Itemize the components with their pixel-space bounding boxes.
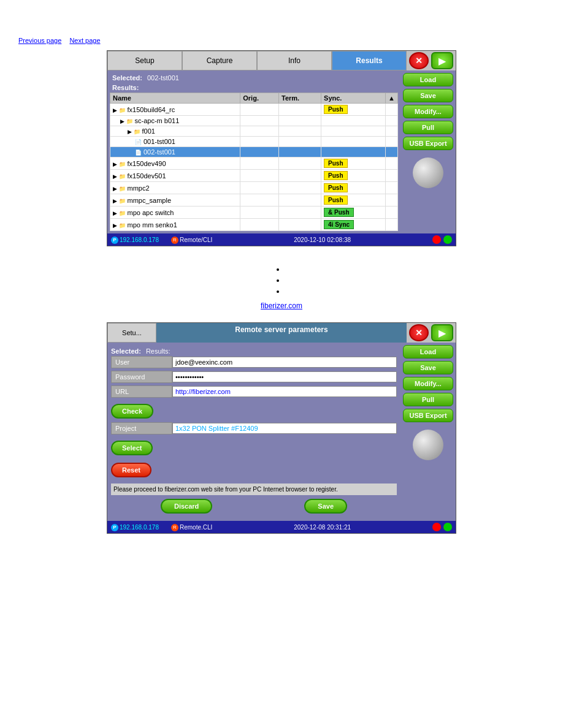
file-orig-cell	[240, 137, 279, 147]
user-label: User	[111, 356, 172, 368]
table-row[interactable]: 📄002-tst001	[110, 147, 398, 157]
gray-ball-2	[413, 430, 443, 460]
status-icons-1	[432, 235, 452, 244]
file-sync-cell: & Push	[321, 207, 386, 219]
file-sync-cell: Push	[321, 104, 386, 116]
url-label: URL	[111, 385, 172, 398]
file-name-text: 001-tst001	[144, 138, 175, 145]
tab-bar-1: Setup Capture Info Results ✕ ▶	[107, 51, 456, 70]
modify-button-2[interactable]: Modify...	[403, 377, 453, 390]
next-button[interactable]: ▶	[431, 52, 453, 69]
bullet-3	[285, 287, 302, 295]
usb-export-button-1[interactable]: USB Export	[403, 137, 453, 150]
tab-bar-2: Setu... Remote server parameters ✕ ▶	[107, 323, 456, 343]
file-term-cell	[279, 170, 321, 182]
status-time-2: 2020-12-08 20:31:21	[224, 524, 420, 531]
selected-label: Selected:	[112, 74, 142, 82]
fiberizer-link[interactable]: fiberizer.com	[261, 301, 302, 310]
table-row[interactable]: ▶ 📁mpo apc switch& Push	[110, 207, 398, 219]
discard-button[interactable]: Discard	[161, 499, 212, 514]
table-row[interactable]: ▶ 📁mmpc2Push	[110, 182, 398, 194]
pull-button-1[interactable]: Pull	[403, 121, 453, 134]
save-button-2b[interactable]: Save	[403, 361, 453, 374]
file-name-text: mmpc_sample	[128, 197, 172, 204]
file-term-cell	[279, 104, 321, 116]
close-button-2[interactable]: ✕	[409, 324, 429, 341]
tab-setu[interactable]: Setu...	[107, 323, 156, 343]
tab-results[interactable]: Results	[332, 51, 407, 70]
folder-icon: ▶ 📁	[113, 198, 126, 204]
password-label: Password	[111, 371, 172, 383]
file-sync-cell	[321, 147, 386, 157]
tab-setup[interactable]: Setup	[107, 51, 182, 70]
usb-export-button-2[interactable]: USB Export	[403, 409, 453, 422]
status-ip-1: P 192.168.0.178	[111, 236, 159, 244]
sidebar-buttons-1: Load Save Modify... Pull USB Export	[400, 70, 456, 153]
file-name-text: fx150dev501	[128, 172, 166, 180]
table-row[interactable]: ▶ 📁f001	[110, 126, 398, 137]
file-sync-cell: Push	[321, 157, 386, 170]
user-input[interactable]	[172, 357, 397, 368]
prev-page-link[interactable]: Previous page	[18, 37, 61, 44]
col-name: Name	[110, 93, 240, 104]
reset-button[interactable]: Reset	[111, 463, 151, 477]
panel1-content: Selected: 002-tst001 Results: Name Orig.…	[107, 70, 456, 233]
table-row[interactable]: ▶ 📁mpo mm senko14i Sync	[110, 219, 398, 231]
scroll-cell	[386, 194, 398, 207]
load-button-1[interactable]: Load	[403, 73, 453, 86]
file-name-cell: ▶ 📁fx150dev501	[110, 170, 240, 182]
next-button-2[interactable]: ▶	[431, 324, 453, 341]
tab-bar-right: ✕ ▶	[407, 51, 456, 70]
status-bar-1: P 192.168.0.178 R Remote/CLI 2020-12-10 …	[107, 233, 456, 246]
results-info: Results:	[110, 83, 398, 93]
tab-info[interactable]: Info	[257, 51, 332, 70]
file-name-cell: ▶ 📁mmpc2	[110, 182, 240, 194]
save-button-2[interactable]: Save	[304, 499, 347, 514]
save-button-1[interactable]: Save	[403, 89, 453, 102]
folder-icon: ▶ 📁	[113, 222, 126, 229]
check-button[interactable]: Check	[111, 404, 153, 419]
bullet-2	[285, 276, 302, 284]
modify-button-1[interactable]: Modify...	[403, 105, 453, 118]
sync-badge: Push	[324, 171, 347, 180]
load-button-2[interactable]: Load	[403, 345, 453, 358]
close-button[interactable]: ✕	[409, 52, 429, 69]
select-button[interactable]: Select	[111, 441, 153, 455]
file-name-cell: ▶ 📁fx150build64_rc	[110, 104, 240, 116]
file-name-text: sc-apc-m b011	[135, 117, 180, 124]
project-row: Project	[111, 422, 397, 434]
dialog-title: Remote server parameters	[156, 323, 407, 343]
file-orig-cell	[240, 170, 279, 182]
password-input[interactable]	[172, 371, 397, 382]
ip-icon-2: P 192.168.0.178	[111, 524, 159, 531]
file-term-cell	[279, 182, 321, 194]
panel2-right: Load Save Modify... Pull USB Export	[400, 343, 456, 521]
table-row[interactable]: ▶ 📁mmpc_samplePush	[110, 194, 398, 207]
file-sync-cell: 4i Sync	[321, 219, 386, 231]
file-orig-cell	[240, 147, 279, 157]
table-row[interactable]: 📄001-tst001	[110, 137, 398, 147]
status-icon-green-2	[443, 523, 452, 531]
file-orig-cell	[240, 104, 279, 116]
table-row[interactable]: ▶ 📁fx150build64_rcPush	[110, 104, 398, 116]
file-name-cell: ▶ 📁mpo mm senko1	[110, 219, 240, 231]
next-page-link[interactable]: Next page	[69, 37, 100, 44]
status-remote-2: R Remote.CLI	[171, 523, 212, 531]
file-sync-cell: Push	[321, 194, 386, 207]
file-name-text: mpo mm senko1	[128, 221, 177, 229]
sync-badge: Push	[324, 183, 347, 192]
url-input[interactable]	[172, 386, 397, 397]
user-row: User	[111, 356, 397, 368]
file-name-text: mpo apc switch	[128, 209, 174, 216]
pull-button-2[interactable]: Pull	[403, 393, 453, 406]
project-input[interactable]	[172, 423, 397, 434]
file-orig-cell	[240, 207, 279, 219]
tab-capture[interactable]: Capture	[182, 51, 257, 70]
file-term-cell	[279, 157, 321, 170]
file-table: Name Orig. Term. Sync. ▲ ▶ 📁fx150build64…	[110, 93, 398, 231]
scroll-cell	[386, 207, 398, 219]
table-row[interactable]: ▶ 📁fx150dev490Push	[110, 157, 398, 170]
dialog-main: Selected: Results: User Password URL	[107, 343, 400, 521]
table-row[interactable]: ▶ 📁fx150dev501Push	[110, 170, 398, 182]
table-row[interactable]: ▶ 📁sc-apc-m b011	[110, 116, 398, 126]
